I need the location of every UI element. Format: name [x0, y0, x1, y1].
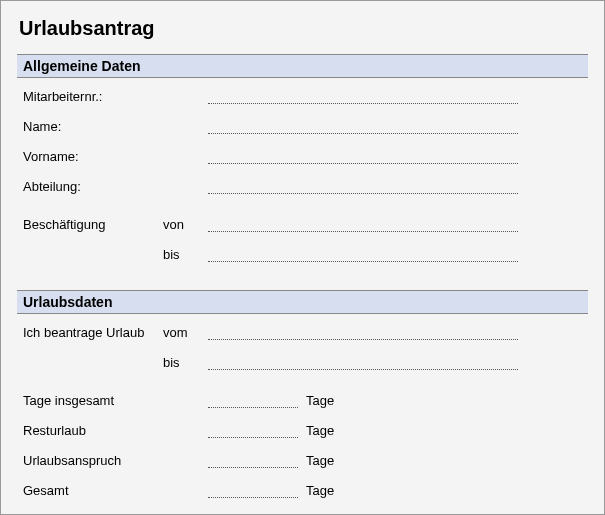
field-urlaub-bis[interactable] — [208, 356, 518, 370]
label-name: Name: — [23, 119, 163, 134]
label-resturlaub: Resturlaub — [23, 423, 163, 438]
row-beschaeftigung-von: Beschäftigung von — [17, 212, 588, 232]
field-urlaubsanspruch[interactable] — [208, 454, 298, 468]
label-tage-insgesamt: Tage insgesamt — [23, 393, 163, 408]
field-mitarbeiternr[interactable] — [208, 90, 518, 104]
unit-tage-1: Tage — [306, 393, 334, 408]
row-tage-insgesamt: Tage insgesamt Tage — [17, 388, 588, 408]
unit-tage-3: Tage — [306, 453, 334, 468]
label-von: von — [163, 217, 208, 232]
row-vorname: Vorname: — [17, 144, 588, 164]
section-header-general: Allgemeine Daten — [17, 54, 588, 78]
page-title: Urlaubsantrag — [19, 17, 588, 40]
label-gesamt: Gesamt — [23, 483, 163, 498]
row-abteilung: Abteilung: — [17, 174, 588, 194]
field-beschaeftigung-von[interactable] — [208, 218, 518, 232]
row-beantrage-bis: bis — [17, 350, 588, 370]
label-bis2: bis — [163, 355, 208, 370]
label-vorname: Vorname: — [23, 149, 163, 164]
unit-tage-4: Tage — [306, 483, 334, 498]
row-beantrage-vom: Ich beantrage Urlaub vom — [17, 320, 588, 340]
row-name: Name: — [17, 114, 588, 134]
field-abteilung[interactable] — [208, 180, 518, 194]
field-gesamt[interactable] — [208, 484, 298, 498]
label-beantrage: Ich beantrage Urlaub — [23, 325, 163, 340]
field-tage-insgesamt[interactable] — [208, 394, 298, 408]
label-abteilung: Abteilung: — [23, 179, 163, 194]
row-urlaubsanspruch: Urlaubsanspruch Tage — [17, 448, 588, 468]
label-mitarbeiternr: Mitarbeiternr.: — [23, 89, 163, 104]
field-vorname[interactable] — [208, 150, 518, 164]
row-resturlaub: Resturlaub Tage — [17, 418, 588, 438]
label-bis: bis — [163, 247, 208, 262]
label-vom: vom — [163, 325, 208, 340]
section-header-urlaubsdaten: Urlaubsdaten — [17, 290, 588, 314]
row-mitarbeiternr: Mitarbeiternr.: — [17, 84, 588, 104]
row-gesamt: Gesamt Tage — [17, 478, 588, 498]
field-resturlaub[interactable] — [208, 424, 298, 438]
label-beschaeftigung: Beschäftigung — [23, 217, 163, 232]
field-beschaeftigung-bis[interactable] — [208, 248, 518, 262]
unit-tage-2: Tage — [306, 423, 334, 438]
form-page: Urlaubsantrag Allgemeine Daten Mitarbeit… — [0, 0, 605, 515]
label-urlaubsanspruch: Urlaubsanspruch — [23, 453, 163, 468]
row-verbleibender: verbleibender Urlaub Tage — [17, 508, 588, 515]
row-beschaeftigung-bis: bis — [17, 242, 588, 262]
field-urlaub-vom[interactable] — [208, 326, 518, 340]
field-name[interactable] — [208, 120, 518, 134]
